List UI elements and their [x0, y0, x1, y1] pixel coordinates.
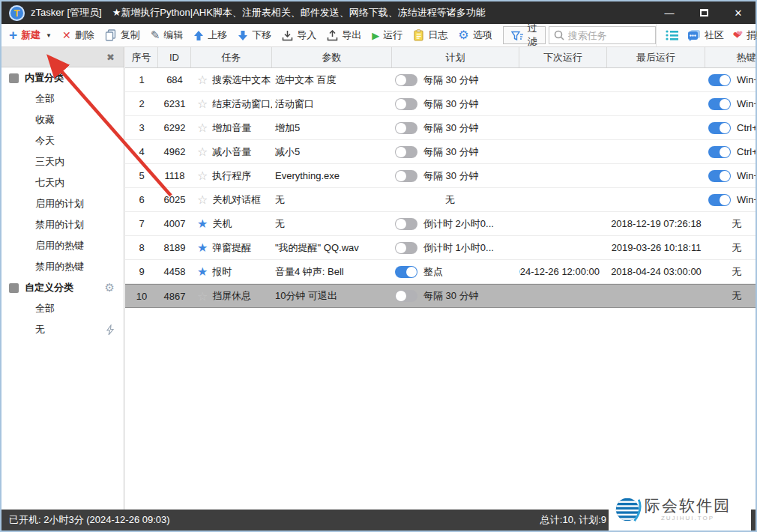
toggle-switch[interactable]	[395, 170, 417, 182]
toggle-switch[interactable]	[708, 170, 731, 182]
toggle-switch[interactable]	[395, 290, 417, 302]
sidebar-item-全部[interactable]: 全部	[1, 298, 124, 319]
toggle-switch[interactable]	[395, 242, 417, 254]
table-row[interactable]: 1684☆搜索选中文本选中文本 百度每隔 30 分钟Win+	[125, 68, 756, 92]
toggle-switch[interactable]	[395, 74, 417, 86]
sidebar-item-label: 启用的计划	[35, 197, 84, 211]
cell-id: 8189	[158, 242, 191, 253]
toolbar-button-6[interactable]: 下移	[238, 28, 271, 42]
sidebar-item-启用的计划[interactable]: 启用的计划	[1, 193, 124, 214]
table-row[interactable]: 104867☆挡屏休息10分钟 可退出每隔 30 分钟无	[125, 284, 756, 308]
star-outline-icon[interactable]: ☆	[197, 97, 208, 111]
toolbar-button-11[interactable]: ⚙选项	[458, 28, 492, 42]
plan-text: 每隔 30 分钟	[423, 121, 479, 135]
toolbar-button-3[interactable]: 复制	[105, 28, 140, 42]
sidebar-item-label: 收藏	[35, 113, 55, 127]
sidebar-item-label: 禁用的热键	[35, 260, 84, 273]
star-outline-icon[interactable]: ☆	[197, 73, 208, 87]
cell-task: ☆减小音量	[191, 145, 272, 159]
column-header-参数[interactable]: 参数	[272, 47, 392, 67]
cell-param: 无	[272, 217, 392, 231]
star-filled-icon[interactable]: ★	[197, 241, 208, 255]
sidebar-item-收藏[interactable]: 收藏	[1, 109, 124, 130]
table-row[interactable]: 51118☆执行程序Everything.exe每隔 30 分钟Win+	[125, 164, 756, 188]
community-button[interactable]: 社区	[687, 28, 724, 42]
toolbar-button-2[interactable]: ✕删除	[62, 28, 94, 42]
filter-button[interactable]: 过滤	[503, 26, 546, 44]
sidebar-section-header[interactable]: 内置分类	[1, 67, 124, 88]
sidebar-item-今天[interactable]: 今天	[1, 130, 124, 151]
sidebar-item-禁用的热键[interactable]: 禁用的热键	[1, 256, 124, 277]
import-icon	[282, 30, 293, 41]
sidebar-item-无[interactable]: 无	[1, 319, 124, 340]
cell-seq: 4	[125, 146, 158, 157]
toggle-switch[interactable]	[708, 122, 731, 134]
toolbar-button-9[interactable]: ▶运行	[372, 28, 402, 42]
search-input[interactable]	[568, 30, 651, 41]
collapse-square-icon[interactable]	[9, 283, 19, 293]
lightning-icon	[105, 324, 115, 336]
edit-pencil-icon: ✎	[151, 28, 160, 42]
donate-button[interactable]: ❤❤ 捐赠	[733, 28, 757, 42]
toggle-switch[interactable]	[395, 98, 417, 110]
sidebar-section-header[interactable]: 自定义分类⚙	[1, 277, 124, 298]
toolbar-button-7[interactable]: 导入	[282, 28, 316, 42]
chevron-down-icon[interactable]: ▼	[46, 32, 52, 39]
toolbar-button-8[interactable]: 导出	[327, 28, 361, 42]
toggle-switch[interactable]	[708, 98, 731, 110]
column-header-ID[interactable]: ID	[158, 47, 191, 67]
close-button[interactable]: ✕	[721, 1, 756, 24]
table-row[interactable]: 74007★关机无倒计时 2小时0...2018-12-19 07:26:18无	[125, 212, 756, 236]
sidebar-item-三天内[interactable]: 三天内	[1, 151, 124, 172]
copy-icon	[105, 29, 117, 41]
hotkey-text: 无	[732, 289, 742, 303]
toggle-switch[interactable]	[708, 74, 731, 86]
sidebar-item-全部[interactable]: 全部	[1, 88, 124, 109]
toggle-switch[interactable]	[395, 218, 417, 230]
table-row[interactable]: 44962☆减小音量减小5每隔 30 分钟Ctrl+	[125, 140, 756, 164]
maximize-button[interactable]	[687, 1, 721, 24]
toggle-switch[interactable]	[708, 194, 731, 206]
star-outline-icon[interactable]: ☆	[197, 289, 208, 303]
column-header-热键[interactable]: 热键	[705, 47, 756, 67]
star-filled-icon[interactable]: ★	[197, 217, 208, 231]
toggle-switch[interactable]	[395, 122, 417, 134]
column-header-最后运行[interactable]: 最后运行	[607, 47, 705, 67]
toggle-switch[interactable]	[395, 146, 417, 158]
cell-hotkey: Win+	[705, 98, 756, 110]
toolbar-button-label: 新建	[21, 28, 40, 42]
column-header-计划[interactable]: 计划	[392, 47, 519, 67]
toolbar-button-5[interactable]: 上移	[193, 28, 227, 42]
toolbar-button-1[interactable]: +新建▼	[9, 28, 52, 42]
table-row[interactable]: 88189★弹窗提醒"我的提醒" QQ.wav倒计时 1小时0...2019-0…	[125, 236, 756, 260]
sidebar-close-icon[interactable]: ✖	[106, 52, 115, 63]
table-row[interactable]: 36292☆增加音量增加5每隔 30 分钟Ctrl+	[125, 116, 756, 140]
column-header-任务[interactable]: 任务	[191, 47, 272, 67]
collapse-square-icon[interactable]	[9, 73, 19, 83]
column-header-序号[interactable]: 序号	[125, 47, 158, 67]
toggle-switch[interactable]	[395, 266, 417, 278]
table-row[interactable]: 26231☆结束活动窗口及...活动窗口每隔 30 分钟Win+	[125, 92, 756, 116]
task-name: 关机	[212, 217, 232, 231]
task-list-view-icon[interactable]	[666, 29, 678, 41]
search-box[interactable]	[549, 26, 656, 44]
toggle-switch[interactable]	[708, 146, 731, 158]
cell-next-run: 2024-12-26 12:00:00	[519, 266, 607, 277]
star-outline-icon[interactable]: ☆	[197, 121, 208, 135]
sidebar-item-禁用的计划[interactable]: 禁用的计划	[1, 214, 124, 235]
star-filled-icon[interactable]: ★	[197, 265, 208, 279]
star-outline-icon[interactable]: ☆	[197, 193, 208, 207]
sidebar-item-七天内[interactable]: 七天内	[1, 172, 124, 193]
table-row[interactable]: 94458★报时音量4 钟声: Bell整点2024-12-26 12:00:0…	[125, 260, 756, 284]
column-header-下次运行[interactable]: 下次运行	[519, 47, 607, 67]
star-outline-icon[interactable]: ☆	[197, 169, 208, 183]
toolbar-button-4[interactable]: ✎编辑	[151, 28, 184, 42]
sidebar-item-启用的热键[interactable]: 启用的热键	[1, 235, 124, 256]
cell-task: ★报时	[191, 265, 272, 279]
star-outline-icon[interactable]: ☆	[197, 145, 208, 159]
minimize-button[interactable]: —	[652, 1, 687, 24]
filter-button-label: 过滤	[528, 22, 537, 49]
task-name: 执行程序	[212, 169, 251, 183]
toolbar-button-10[interactable]: 日志	[413, 28, 447, 42]
table-row[interactable]: 66025☆关机对话框无无Win+	[125, 188, 756, 212]
